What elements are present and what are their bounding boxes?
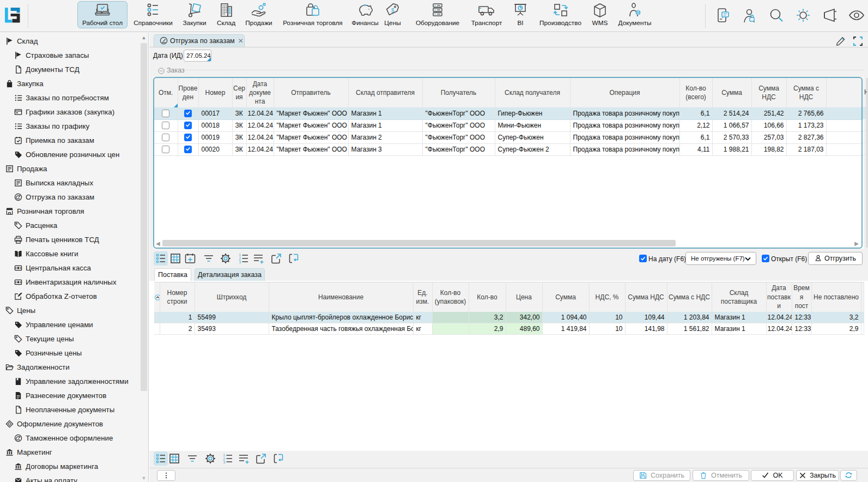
svg-text:$: $ (391, 8, 394, 14)
svg-text:3: 3 (239, 260, 241, 264)
svg-text:3: 3 (223, 460, 226, 464)
